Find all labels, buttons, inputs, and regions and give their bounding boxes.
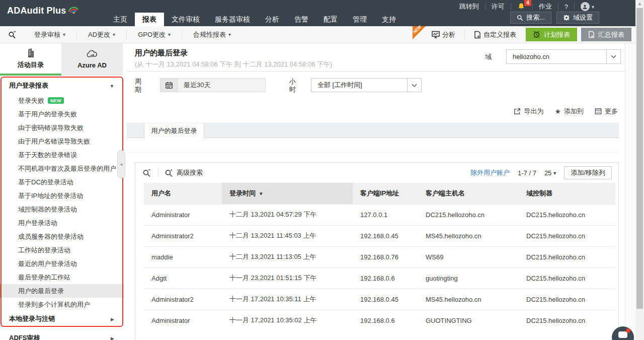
- alarm-clock-icon: [533, 31, 540, 38]
- nav-item-5[interactable]: 分析: [258, 13, 287, 26]
- report-menu-1[interactable]: 登录审核: [23, 30, 76, 39]
- period-value: 最近30天: [178, 79, 265, 92]
- jump-to-link[interactable]: 跳转到: [453, 2, 485, 11]
- sidebar-item-label: 基于用户的登录失败: [18, 110, 77, 119]
- report-toolbar: 登录审核AD更改GPO更改合规性报表 NEW 分析 自定义报表 计划报表 汇总报…: [0, 26, 635, 43]
- user-account-menu[interactable]: [575, 2, 600, 11]
- sidebar-item-4[interactable]: 由于用户名错误导致失败: [0, 134, 124, 148]
- page-size-select[interactable]: 25: [544, 169, 556, 177]
- column-search-button[interactable]: [142, 169, 151, 177]
- hours-select[interactable]: 全部 [工作时间]: [311, 78, 422, 92]
- group-label: ADFS审核: [9, 333, 40, 340]
- domain-select[interactable]: hellozoho.cn: [506, 49, 621, 64]
- sidebar-item-label: 登录失败: [18, 96, 44, 105]
- sidebar-item-8[interactable]: 基于IP地址的登录活动: [0, 189, 124, 202]
- summary-reports-label: 汇总报表: [598, 30, 624, 39]
- sidebar-item-15[interactable]: 用户的最后登录: [0, 284, 124, 298]
- table-row-4[interactable]: Adgtt十一月 23,2021 01:51:15 下午192.168.0.6g…: [144, 267, 615, 289]
- sidebar-item-1[interactable]: 登录失败NEW: [0, 94, 124, 107]
- sidebar-item-13[interactable]: 最近的用户登录活动: [0, 257, 124, 270]
- global-search-button[interactable]: 搜索...: [510, 12, 551, 24]
- export-icon: [514, 108, 521, 115]
- report-search-button[interactable]: [0, 31, 23, 39]
- sidebar-item-10[interactable]: 用户登录活动: [0, 216, 124, 230]
- column-header-5[interactable]: 域控制器: [519, 183, 615, 204]
- table-row-1[interactable]: Administrator十二月 13,2021 04:57:29 下午127.…: [144, 204, 615, 225]
- nav-item-3[interactable]: 文件审核: [164, 13, 207, 26]
- sidebar-item-5[interactable]: 基于天数的登录错误: [0, 148, 124, 162]
- sidebar-group-local-logon-logoff[interactable]: 本地登录与注销: [0, 311, 124, 326]
- export-as-button[interactable]: 导出为: [514, 107, 543, 116]
- sidebar-item-2[interactable]: 基于用户的登录失败: [0, 107, 124, 121]
- table-row-5[interactable]: Administrator2十一月 17,2021 10:35:11 上午192…: [144, 289, 615, 310]
- column-header-3[interactable]: 客户端IP地址: [353, 183, 418, 204]
- avatar-icon: [581, 2, 590, 11]
- exclude-user-accounts-link[interactable]: 除外用户账户: [470, 168, 510, 177]
- jobs-link[interactable]: 作业: [533, 2, 558, 11]
- sidebar-collapse-handle[interactable]: [117, 150, 125, 178]
- chevron-right-icon: [111, 335, 114, 340]
- topbar-buttons: 搜索... 域设置: [510, 12, 599, 24]
- tab-azure-ad-label: Azure AD: [77, 61, 107, 69]
- nav-item-2[interactable]: 报表: [135, 13, 164, 26]
- sort-descending-icon: [256, 189, 263, 197]
- column-header-4[interactable]: 客户端主机名: [418, 183, 519, 204]
- period-picker[interactable]: 最近30天: [160, 78, 266, 92]
- column-header-1[interactable]: 用户名: [144, 183, 222, 204]
- summary-reports-button[interactable]: 汇总报表: [581, 28, 631, 41]
- nav-item-4[interactable]: 服务器审核: [207, 13, 258, 26]
- chevron-down-icon: [553, 170, 556, 176]
- sidebar-item-3[interactable]: 由于密码错误导致失败: [0, 121, 124, 134]
- license-link[interactable]: 许可: [486, 2, 511, 11]
- page-scrollbar[interactable]: [635, 0, 644, 340]
- more-button[interactable]: 更多: [595, 107, 618, 116]
- sidebar: 活动目录 Azure AD 用户登录报表 登录失败NEW基于用户的登录失败由于密…: [0, 43, 127, 340]
- group-label: 本地登录与注销: [9, 314, 55, 323]
- sidebar-group-adfs-audit[interactable]: ADFS审核: [0, 330, 124, 340]
- sidebar-item-11[interactable]: 成员服务器的登录活动: [0, 230, 124, 243]
- divider: [127, 71, 625, 72]
- add-remove-columns-button[interactable]: 添加/移除列: [564, 166, 612, 179]
- nav-item-8[interactable]: 管理: [345, 13, 374, 26]
- column-header-2[interactable]: 登录时间: [222, 183, 353, 204]
- sidebar-item-6[interactable]: 不同机器中首次及最后登录的用户: [0, 162, 124, 175]
- scrollbar-up-arrow-icon[interactable]: [635, 1, 644, 6]
- notifications-bell-button[interactable]: 4: [511, 3, 532, 11]
- table-row-3[interactable]: maddie十二月 13,2021 11:13:05 上午192.168.0.7…: [144, 246, 615, 267]
- sidebar-item-label: 登录到多个计算机的用户: [18, 300, 90, 309]
- report-menu-4[interactable]: 合规性报表: [182, 30, 242, 39]
- scrollbar-thumb[interactable]: [636, 8, 643, 309]
- chevron-down-icon: [592, 4, 594, 10]
- domain-settings-button[interactable]: 域设置: [556, 12, 599, 24]
- sidebar-item-16[interactable]: 登录到多个计算机的用户: [0, 298, 124, 311]
- nav-item-7[interactable]: 配置: [316, 13, 345, 26]
- report-menu-3[interactable]: GPO更改: [126, 30, 182, 39]
- table-cell: 192.168.0.76: [353, 246, 418, 267]
- advanced-search-button[interactable]: 高级搜索: [165, 168, 203, 177]
- analytics-link[interactable]: 分析: [423, 30, 465, 40]
- table-toolbar: 高级搜索 除外用户账户 1-7 / 7 25 添加/移除列: [135, 163, 618, 183]
- tab-active-directory[interactable]: 活动目录: [0, 43, 61, 76]
- tab-users-last-logon[interactable]: 用户的最后登录: [144, 123, 204, 139]
- nav-item-1[interactable]: 主页: [106, 13, 135, 26]
- sidebar-item-7[interactable]: 基于DC的登录活动: [0, 175, 124, 189]
- add-to-button[interactable]: ★ 添加到: [554, 107, 584, 116]
- new-ribbon-label: NEW: [413, 24, 423, 34]
- report-menu-2[interactable]: AD更改: [76, 30, 126, 39]
- scheduled-reports-button[interactable]: 计划报表: [526, 28, 577, 41]
- sidebar-item-14[interactable]: 最后登录的工作站: [0, 270, 124, 284]
- sidebar-group-user-logon-reports[interactable]: 用户登录报表: [0, 78, 124, 94]
- table-row-2[interactable]: Administrator2十二月 13,2021 11:45:03 上午192…: [144, 225, 615, 246]
- nav-item-9[interactable]: 支持: [374, 13, 404, 26]
- report-table-card: 高级搜索 除外用户账户 1-7 / 7 25 添加/移除列 用户名登录时间客户端…: [135, 162, 619, 340]
- table-row-6[interactable]: Administrator十一月 17,2021 10:35:02 上午192.…: [144, 310, 615, 331]
- nav-item-6[interactable]: 告警: [287, 13, 316, 26]
- help-button[interactable]: ?: [558, 3, 574, 11]
- app-logo[interactable]: ADAudit Plus: [7, 6, 80, 17]
- tab-azure-ad[interactable]: Azure AD: [61, 43, 123, 76]
- page-size-value: 25: [544, 169, 551, 177]
- custom-reports-link[interactable]: 自定义报表: [465, 30, 526, 40]
- star-icon: ★: [554, 107, 561, 115]
- sidebar-item-12[interactable]: 工作站的登录活动: [0, 243, 124, 257]
- sidebar-item-9[interactable]: 域控制器的登录活动: [0, 202, 124, 216]
